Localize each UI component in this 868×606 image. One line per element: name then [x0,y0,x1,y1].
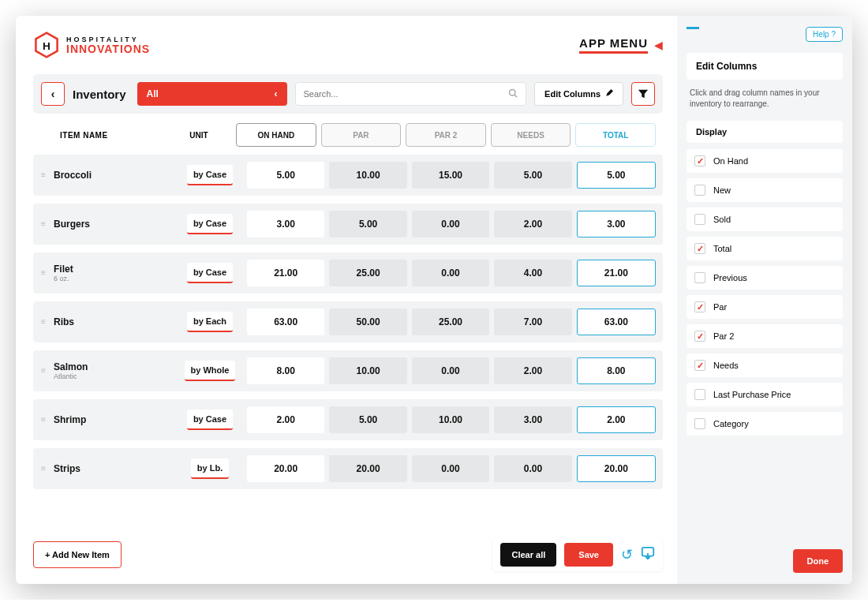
col-total[interactable]: TOTAL [575,123,656,147]
col-needs[interactable]: NEEDS [491,123,571,147]
save-button[interactable]: Save [564,543,613,567]
display-option[interactable]: Total [687,237,843,260]
cell-needs[interactable]: 3.00 [494,406,571,433]
cell-on-hand[interactable]: 3.00 [247,211,324,238]
clear-all-button[interactable]: Clear all [500,543,556,567]
category-filter-dropdown[interactable]: All ‹ [137,82,287,106]
app-window: H HOSPITALITY INNOVATIONS APP MENU ◀ ‹ I… [16,16,852,584]
cell-on-hand[interactable]: 20.00 [247,455,324,482]
drag-handle-icon[interactable]: ≡ [36,320,51,324]
col-item-name: ITEM NAME [38,131,164,140]
display-option[interactable]: Sold [687,208,843,231]
cell-needs[interactable]: 4.00 [494,260,571,286]
triangle-left-icon: ◀ [654,39,663,51]
done-button[interactable]: Done [793,549,844,573]
collapse-handle-icon[interactable] [687,27,699,29]
side-footer: Done [793,549,844,573]
undo-icon[interactable]: ↺ [621,546,633,563]
cell-item-name: Burgers [51,219,175,230]
cell-par[interactable]: 5.00 [329,406,406,433]
cell-par[interactable]: 10.00 [329,357,406,384]
cell-total: 63.00 [577,309,656,335]
display-option[interactable]: Category [687,412,843,436]
drag-handle-icon[interactable]: ≡ [36,467,51,470]
cell-on-hand[interactable]: 5.00 [247,162,324,189]
cell-par[interactable]: 50.00 [329,309,406,335]
checkbox-icon [694,243,705,254]
cell-par[interactable]: 10.00 [329,162,406,189]
brand-logo: H HOSPITALITY INNOVATIONS [33,32,150,58]
back-button[interactable]: ‹ [41,82,65,106]
drag-handle-icon[interactable]: ≡ [36,271,51,275]
add-new-item-button[interactable]: + Add New Item [33,541,122,568]
side-panel: Help ? Edit Columns Click and drag colum… [677,16,852,584]
drag-handle-icon[interactable]: ≡ [36,174,51,177]
cell-on-hand[interactable]: 63.00 [247,309,324,335]
item-name: Strips [54,463,175,474]
cell-item-name: Shrimp [51,414,175,425]
display-option[interactable]: On Hand [687,149,843,173]
cell-par[interactable]: 5.00 [329,211,406,238]
checkbox-icon [694,360,705,371]
option-label: Par 2 [713,331,734,341]
cell-unit: by Whole [175,361,245,381]
display-option[interactable]: New [687,178,843,202]
search-icon [508,88,518,99]
search-box[interactable] [295,82,527,106]
export-icon[interactable] [641,546,655,564]
table-row: ≡Broccoliby Case5.0010.0015.005.005.00 [33,155,663,196]
unit-selector[interactable]: by Whole [185,361,236,381]
footer: + Add New Item Clear all Save ↺ [33,538,663,571]
cell-item-name: SalmonAtlantic [51,361,175,380]
cell-needs[interactable]: 0.00 [494,455,571,482]
cell-on-hand[interactable]: 8.00 [247,357,324,384]
drag-handle-icon[interactable]: ≡ [36,418,51,421]
cell-item-name: Strips [51,463,175,474]
cell-total: 21.00 [577,260,656,286]
item-subtitle: 6 oz. [54,275,175,282]
cell-needs[interactable]: 2.00 [494,211,571,238]
display-heading: Display [687,121,843,143]
unit-selector[interactable]: by Case [187,410,233,430]
unit-selector[interactable]: by Lb. [191,458,229,479]
cell-par2[interactable]: 15.00 [412,162,489,189]
display-option[interactable]: Par 2 [687,324,843,348]
cell-needs[interactable]: 2.00 [494,357,571,384]
cell-unit: by Case [175,165,245,185]
col-par2[interactable]: PAR 2 [406,123,486,147]
cell-par2[interactable]: 0.00 [412,455,489,482]
display-option[interactable]: Needs [687,354,843,377]
col-on-hand[interactable]: ON HAND [236,123,316,147]
cell-needs[interactable]: 7.00 [494,309,571,335]
help-button[interactable]: Help ? [806,27,843,42]
display-option[interactable]: Par [687,295,843,319]
cell-par2[interactable]: 0.00 [412,357,489,384]
cell-par2[interactable]: 10.00 [412,406,489,433]
table-row: ≡SalmonAtlanticby Whole8.0010.000.002.00… [33,350,663,391]
unit-selector[interactable]: by Case [187,214,233,234]
cell-needs[interactable]: 5.00 [494,162,571,189]
display-option[interactable]: Last Purchase Price [687,383,843,406]
cell-total: 2.00 [577,406,656,433]
cell-par2[interactable]: 0.00 [412,211,489,238]
drag-handle-icon[interactable]: ≡ [36,369,51,372]
cell-par[interactable]: 20.00 [329,455,406,482]
col-par[interactable]: PAR [321,123,402,147]
table-row: ≡Shrimpby Case2.005.0010.003.002.00 [33,399,663,440]
cell-on-hand[interactable]: 2.00 [247,406,324,433]
unit-selector[interactable]: by Each [187,312,233,332]
drag-handle-icon[interactable]: ≡ [36,223,51,226]
app-menu-button[interactable]: APP MENU ◀ [579,36,663,54]
cell-par2[interactable]: 0.00 [412,260,489,286]
search-input[interactable] [304,89,509,99]
cell-par[interactable]: 25.00 [329,260,406,286]
cell-on-hand[interactable]: 21.00 [247,260,324,286]
unit-selector[interactable]: by Case [187,165,233,185]
cell-par2[interactable]: 25.00 [412,309,489,335]
filter-button[interactable] [631,82,655,106]
unit-selector[interactable]: by Case [187,263,233,283]
cell-total: 8.00 [577,357,656,384]
edit-columns-button[interactable]: Edit Columns [534,82,623,106]
display-option[interactable]: Previous [687,266,843,290]
col-unit: UNIT [164,131,234,140]
